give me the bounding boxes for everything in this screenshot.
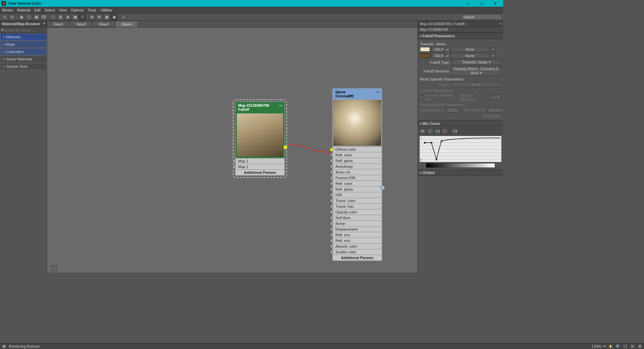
tool-checker-icon[interactable]: ▣ [72,14,78,20]
corona-input-row[interactable]: Refl. gloss. [333,158,382,163]
check-2[interactable]: ✔ [491,54,495,58]
socket-icon[interactable] [330,182,333,185]
menu-modes[interactable]: Modes [2,8,13,12]
minimize-icon[interactable]: — [376,90,380,94]
socket-icon[interactable] [330,159,333,162]
tool-delete-icon[interactable]: ⌫ [40,14,47,20]
socket-icon[interactable] [330,250,333,254]
corona-node[interactable]: Шелк CoronaMtl — Diffuse colorRefl. colo… [332,88,382,261]
rollout-mix-curve[interactable]: Mix Curve [418,120,503,127]
corona-input-row[interactable]: Scatter color [333,249,382,255]
param-close-icon[interactable]: × [500,21,502,26]
cat-maps[interactable]: + Maps [0,41,46,48]
curve-scale-icon[interactable]: ↔ [427,128,433,134]
socket-icon[interactable] [330,222,333,225]
curve-bezier-icon[interactable]: ∿▾ [451,128,458,134]
mix-curve-graph[interactable]: 1 0 [419,136,502,162]
tool-bg-icon[interactable]: ■ [64,14,71,20]
spinner-value-2[interactable]: 100,0 [431,53,445,58]
cat-sample-slots[interactable]: + Sample Slots [0,63,46,70]
corona-input-row[interactable]: Self illum. [333,215,382,220]
tab-view3[interactable]: View3 [93,21,115,27]
browser-close-icon[interactable]: × [43,21,45,25]
minimize-icon[interactable]: — [279,103,282,107]
menu-tools[interactable]: Tools [88,8,96,12]
menu-utilities[interactable]: Utilities [100,8,112,12]
browser-search[interactable]: ▾ [0,27,47,33]
swap-arrows-icon[interactable]: ↕ [496,47,501,50]
falloff-map2-row[interactable]: Map 2 [235,164,284,169]
curve-add-icon[interactable]: ＋▾ [434,128,441,134]
tool-grid-icon[interactable]: ▤ [57,14,64,20]
menu-view[interactable]: View [59,8,67,12]
corona-additional-params[interactable]: Additional Params [333,255,382,260]
corona-input-row[interactable]: Absorb. color [333,243,382,249]
tool-pick-icon[interactable]: ✎ [9,14,15,20]
socket-icon[interactable] [330,239,333,242]
falloff-node[interactable]: Map #2138386798 Falloff — Map 1 Map 2 Ad… [235,101,285,176]
socket-icon[interactable] [330,153,333,157]
tool-assign-icon[interactable]: ◉ [18,14,25,20]
close-button[interactable]: ✕ [488,0,502,6]
corona-node-header[interactable]: Шелк CoronaMtl — [333,89,382,99]
color-swatch-2[interactable] [420,53,430,58]
corona-input-row[interactable]: Refl. env. [333,232,382,238]
menu-options[interactable]: Options [71,8,84,12]
curve-move-icon[interactable]: ✥ [419,128,426,134]
corona-input-row[interactable]: Refr. color [333,181,382,186]
socket-icon[interactable] [330,205,333,208]
maximize-button[interactable]: ▢ [475,0,488,6]
socket-icon[interactable] [330,170,333,174]
tool-slot-icon[interactable]: ▦ [33,14,40,20]
map-slot-2[interactable]: None [450,53,490,58]
socket-icon[interactable] [330,210,333,214]
corona-output-socket[interactable] [380,185,385,190]
menu-select[interactable]: Select [45,8,55,12]
corona-input-row[interactable]: IOR [333,192,382,198]
search-input[interactable] [3,28,50,32]
socket-icon[interactable] [330,233,333,237]
tool-nav-icon[interactable]: ▦ [103,14,110,20]
rollout-output[interactable]: Output [418,169,503,176]
corona-input-row[interactable]: Displacement [333,226,382,232]
bottom-handle-icon[interactable] [51,266,57,271]
minimize-button[interactable]: — [462,0,475,6]
rollout-falloff-parameters[interactable]: Falloff Parameters [418,33,503,39]
corona-input-row[interactable]: Bump [333,220,382,226]
canvas[interactable]: Map #2138386798 Falloff — Map 1 Map 2 Ad… [47,28,418,272]
socket-icon[interactable] [233,159,236,163]
diffuse-input-socket[interactable] [330,148,334,152]
cat-scene-materials[interactable]: + Scene Materials [0,56,46,62]
dropdown-falloff-type[interactable]: Towards / Away ▾ [451,59,501,65]
cat-materials[interactable]: + Materials [0,34,46,40]
curve-delete-icon[interactable]: ✕ [441,128,448,134]
falloff-additional-params[interactable]: Additional Params [235,169,284,175]
corona-input-row[interactable]: Refl. color [333,152,382,158]
falloff-output-socket[interactable] [283,145,288,150]
menu-material[interactable]: Material [17,8,30,12]
socket-icon[interactable] [330,165,333,168]
view-dropdown[interactable]: View4 [462,14,502,20]
menu-edit[interactable]: Edit [34,8,41,12]
corona-input-row[interactable]: Refr. gloss. [333,186,382,192]
tab-view1[interactable]: View1 [47,21,70,27]
socket-icon[interactable] [233,165,236,168]
tool-move-icon[interactable]: ✥ [96,14,103,20]
corona-input-row[interactable]: Transl. frac. [333,203,382,209]
dropdown-falloff-direction[interactable]: Viewing Directi...(Camera Z-Axis) ▾ [451,66,501,76]
corona-input-row[interactable]: Anisotropy [333,163,382,169]
socket-icon[interactable] [330,188,333,191]
socket-icon[interactable] [330,193,333,197]
tab-view4[interactable]: View4 [115,21,138,27]
socket-icon[interactable] [330,245,333,248]
corona-input-row[interactable]: Fresnel IOR [333,175,382,181]
tool-put-icon[interactable]: ⬚ [25,14,32,20]
corona-input-row[interactable]: Refr. env. [333,238,382,243]
corona-input-row[interactable]: Transl. color [333,198,382,203]
socket-icon[interactable] [330,176,333,180]
tool-link-icon[interactable]: ∿ [120,14,127,20]
check-1[interactable]: ✔ [491,47,495,51]
cat-controllers[interactable]: + Controllers [0,48,46,55]
tool-wire-icon[interactable]: ─ [50,14,56,20]
color-swatch-1[interactable] [420,47,430,52]
